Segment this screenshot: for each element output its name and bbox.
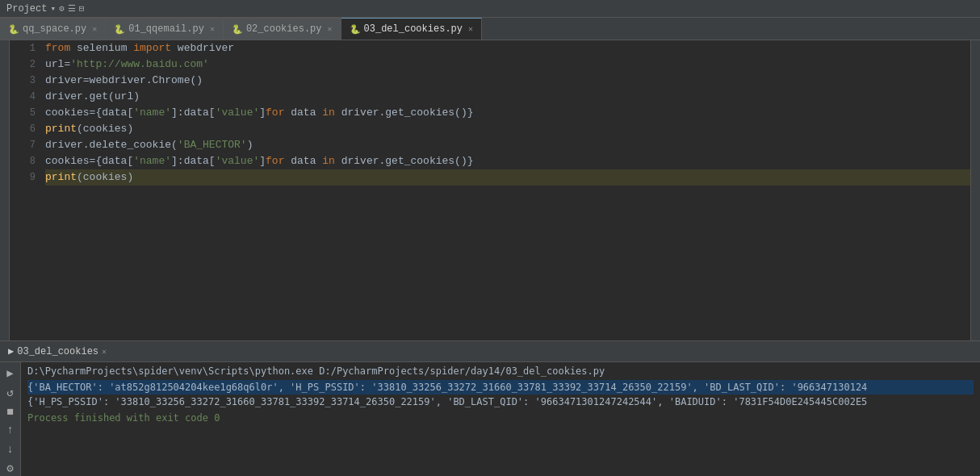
tab-qqemail[interactable]: 🐍 01_qqemail.py ✕ bbox=[106, 18, 224, 40]
run-left-icons: ▶ ↺ ◼ ↑ ↓ ⚙ bbox=[0, 362, 21, 476]
line-num-9: 9 bbox=[10, 169, 42, 186]
tab-qq-space-label: qq_space.py bbox=[23, 23, 86, 35]
run-content: ▶ ↺ ◼ ↑ ↓ ⚙ D:\PycharmProjects\spider\ve… bbox=[0, 362, 980, 476]
run-panel: ▶ 03_del_cookies ✕ ▶ ↺ ◼ ↑ ↓ ⚙ D:\Pychar… bbox=[0, 340, 980, 476]
py-file-icon2: 🐍 bbox=[114, 24, 125, 35]
tab-qqemail-close[interactable]: ✕ bbox=[210, 24, 215, 34]
run-tab-del-cookies[interactable]: ▶ 03_del_cookies ✕ bbox=[0, 342, 115, 361]
line-num-3: 3 bbox=[10, 73, 42, 89]
run-tabs: ▶ 03_del_cookies ✕ bbox=[0, 341, 980, 362]
run-icon: ▶ bbox=[8, 345, 14, 357]
line-num-6: 6 bbox=[10, 121, 42, 137]
run-play-button[interactable]: ▶ bbox=[2, 365, 19, 382]
line-num-8: 8 bbox=[10, 153, 42, 169]
code-line-3: driver=webdriver.Chrome() bbox=[45, 73, 970, 89]
line-num-7: 7 bbox=[10, 137, 42, 153]
code-line-5: cookies={data['name']:data['value']for d… bbox=[45, 105, 970, 121]
line-num-2: 2 bbox=[10, 56, 42, 73]
run-command: D:\PycharmProjects\spider\venv\Scripts\p… bbox=[27, 365, 974, 377]
run-tab-label: 03_del_cookies bbox=[17, 346, 98, 357]
menu-icon[interactable]: ☰ bbox=[68, 3, 76, 14]
tab-cookies[interactable]: 🐍 02_cookies.py ✕ bbox=[224, 18, 341, 40]
py-file-icon4: 🐍 bbox=[350, 24, 361, 35]
run-output-line-2: {'H_PS_PSSID': '33810_33256_33272_31660_… bbox=[27, 395, 974, 409]
run-output-line-1: {'BA_HECTOR': 'at852g812504204kee1g68q6l… bbox=[27, 380, 974, 395]
project-label: Project bbox=[6, 3, 47, 15]
code-line-6: print(cookies) bbox=[45, 121, 970, 137]
tab-qqemail-label: 01_qqemail.py bbox=[128, 23, 204, 35]
tab-cookies-close[interactable]: ✕ bbox=[328, 24, 333, 34]
run-finish-message: Process finished with exit code 0 bbox=[27, 412, 974, 424]
dropdown-arrow-icon[interactable]: ▾ bbox=[50, 3, 56, 14]
tab-del-cookies[interactable]: 🐍 03_del_cookies.py ✕ bbox=[341, 18, 482, 40]
line-num-4: 4 bbox=[10, 89, 42, 105]
top-bar-left: Project ▾ ⚙ ☰ ⊟ bbox=[6, 3, 84, 15]
run-output[interactable]: D:\PycharmProjects\spider\venv\Scripts\p… bbox=[21, 362, 980, 476]
run-scroll-down-button[interactable]: ↓ bbox=[2, 441, 19, 457]
settings-icon[interactable]: ⚙ bbox=[59, 3, 65, 14]
line-num-5: 5 bbox=[10, 105, 42, 121]
run-rerun-button[interactable]: ↺ bbox=[2, 385, 19, 401]
tab-cookies-label: 02_cookies.py bbox=[246, 23, 322, 35]
py-file-icon: 🐍 bbox=[8, 24, 19, 35]
code-line-2: url='http://www.baidu.com' bbox=[45, 56, 970, 73]
code-line-1: from selenium import webdriver bbox=[45, 40, 970, 56]
run-stop-button[interactable]: ◼ bbox=[2, 403, 19, 420]
tabs-row: 🐍 qq_space.py ✕ 🐍 01_qqemail.py ✕ 🐍 02_c… bbox=[0, 18, 980, 40]
editor-container: 1 2 3 4 5 6 7 8 9 from selenium import w… bbox=[10, 40, 970, 340]
run-tab-close[interactable]: ✕ bbox=[102, 347, 107, 357]
run-settings-button[interactable]: ⚙ bbox=[2, 461, 19, 477]
top-bar: Project ▾ ⚙ ☰ ⊟ bbox=[0, 0, 980, 18]
far-left-sidebar bbox=[0, 40, 10, 340]
py-file-icon3: 🐍 bbox=[232, 24, 243, 35]
code-line-7: driver.delete_cookie('BA_HECTOR') bbox=[45, 137, 970, 153]
line-numbers: 1 2 3 4 5 6 7 8 9 bbox=[10, 40, 42, 340]
code-area[interactable]: from selenium import webdriver url='http… bbox=[42, 40, 970, 340]
code-line-9: print(cookies) bbox=[45, 169, 970, 186]
main-area: 1 2 3 4 5 6 7 8 9 from selenium import w… bbox=[0, 40, 980, 340]
right-sidebar bbox=[970, 40, 980, 340]
tab-del-cookies-label: 03_del_cookies.py bbox=[364, 23, 463, 35]
line-num-1: 1 bbox=[10, 40, 42, 56]
code-line-4: driver.get(url) bbox=[45, 89, 970, 105]
run-scroll-up-button[interactable]: ↑ bbox=[2, 423, 19, 439]
tab-del-cookies-close[interactable]: ✕ bbox=[468, 24, 473, 34]
collapse-icon[interactable]: ⊟ bbox=[79, 3, 85, 14]
tab-qq-space-close[interactable]: ✕ bbox=[92, 24, 97, 34]
tab-qq-space[interactable]: 🐍 qq_space.py ✕ bbox=[0, 18, 106, 40]
code-line-8: cookies={data['name']:data['value']for d… bbox=[45, 153, 970, 169]
